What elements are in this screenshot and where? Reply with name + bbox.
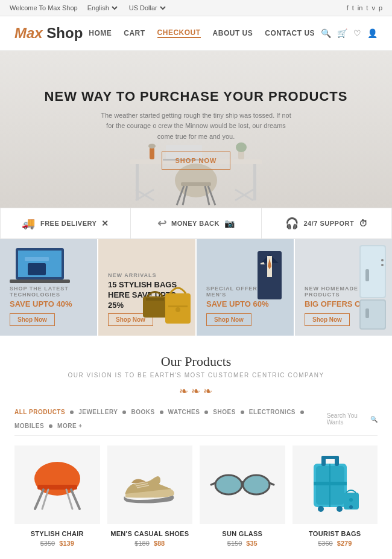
product-img-shoes	[107, 446, 193, 524]
svg-rect-22	[28, 263, 46, 275]
product-grid: STYLISH CHAIR $350 $139	[14, 446, 378, 547]
svg-rect-21	[10, 280, 70, 283]
svg-rect-37	[361, 246, 385, 297]
svg-rect-61	[314, 482, 347, 485]
product-card-glasses: SUN GLASS $150 $35	[200, 446, 285, 547]
products-subtitle: OUR VISION IS TO BE EARTH'S MOST CUSTOME…	[14, 372, 378, 379]
linkedin-icon[interactable]: in	[358, 4, 363, 11]
filter-watches[interactable]: WATCHES	[168, 407, 200, 417]
filter-books[interactable]: BOOKS	[131, 407, 154, 417]
moneyback-icon: ↩	[157, 217, 167, 230]
pinterest-icon[interactable]: p	[379, 4, 382, 11]
nav-cart[interactable]: CART	[124, 29, 145, 37]
shop-now-button[interactable]: SHOP NOW	[162, 152, 231, 170]
filter-electronics[interactable]: ELECTRONICS	[249, 407, 296, 417]
product-name-chair: STYLISH CHAIR	[14, 530, 100, 537]
svg-point-28	[175, 307, 180, 312]
nav-checkout[interactable]: CHECKOUT	[157, 28, 201, 38]
filter-dot-watches	[160, 410, 163, 414]
product-name-shoes: MEN'S CASUAL SHOES	[107, 530, 193, 537]
products-title: Our Products	[14, 354, 378, 369]
svg-point-41	[381, 259, 384, 261]
feature-strip: 🚚 FREE DELIVERY ✕ ↩ MONEY BACK 📷 🎧 24/7 …	[0, 208, 392, 239]
filter-more[interactable]: MORE +	[57, 421, 83, 430]
filter-dot-more	[49, 424, 52, 428]
promo-electronics: SHOP THE LATEST TECHNOLOGIES SAVE UPTO 4…	[0, 239, 98, 336]
filter-dot-mobiles	[300, 410, 304, 414]
feature-delivery-icon2: ✕	[101, 219, 109, 228]
product-card-luggage: TOURIST BAGS $360 $279	[292, 446, 378, 547]
nav-about[interactable]: ABOUT US	[213, 29, 253, 37]
svg-rect-23	[25, 257, 49, 261]
top-bar: Welcome To Max Shop English US Dollar f …	[0, 0, 392, 16]
svg-point-43	[34, 462, 80, 496]
svg-rect-40	[365, 308, 369, 318]
price-old-shoes: $180	[134, 540, 149, 547]
facebook-icon[interactable]: f	[347, 4, 349, 11]
search-icon[interactable]: 🔍	[321, 28, 331, 38]
filter-mobiles[interactable]: MOBILES	[14, 421, 44, 430]
feature-support-label: 24/7 SUPPORT	[304, 220, 355, 227]
refrigerator-illustration	[355, 242, 391, 331]
price-new-shoes: $88	[154, 540, 165, 547]
price-new-glasses: $35	[246, 540, 257, 547]
currency-select[interactable]: US Dollar	[127, 4, 168, 12]
cart-icon[interactable]: 🛒	[337, 28, 347, 38]
svg-point-69	[349, 505, 353, 509]
product-card-chair: STYLISH CHAIR $350 $139	[14, 446, 100, 547]
promo-electronics-btn[interactable]: Shop Now	[10, 313, 55, 326]
filter-dot-electronics	[241, 410, 244, 414]
feature-moneyback-label: MONEY BACK	[171, 220, 220, 227]
product-img-chair	[14, 446, 100, 524]
svg-line-45	[35, 490, 43, 509]
search-filter[interactable]: Search You Wants 🔍	[327, 412, 378, 426]
promo-section: SHOP THE LATEST TECHNOLOGIES SAVE UPTO 4…	[0, 239, 392, 336]
hero-subtitle: The weather started getting rough the ti…	[100, 110, 292, 142]
nav-contact[interactable]: CONTACT US	[265, 29, 315, 37]
user-icon[interactable]: 👤	[367, 28, 378, 38]
svg-point-65	[318, 506, 324, 512]
product-price-chair: $350 $139	[14, 540, 100, 547]
feature-support-icon2: ⏱	[359, 219, 368, 228]
language-select[interactable]: English	[85, 4, 119, 12]
wishlist-icon[interactable]: ♡	[353, 28, 361, 38]
search-filter-text: Search You Wants	[327, 412, 368, 426]
hero-content: NEW WAY TO PURCHASE YOUR PRODUCTS The we…	[45, 89, 348, 170]
main-nav: HOME CART CHECKOUT ABOUT US CONTACT US	[89, 28, 315, 38]
promo-home: NEW HOMEMADE PRODUCTS BIG OFFERS ON Shop…	[295, 239, 392, 336]
filter-dot-books	[122, 410, 126, 414]
promo-electronics-save: SAVE UPTO 40%	[10, 299, 87, 308]
product-name-glasses: SUN GLASS	[200, 530, 285, 537]
price-new-luggage: $279	[337, 540, 352, 547]
filter-all[interactable]: ALL PRODUCTS	[14, 407, 65, 417]
product-price-shoes: $180 $88	[107, 540, 193, 547]
svg-rect-39	[365, 269, 369, 281]
chair-svg	[24, 452, 90, 518]
filter-dot-jewellery	[70, 410, 74, 414]
svg-rect-25	[146, 298, 164, 301]
logo-shop: Shop	[43, 25, 83, 41]
social-icons: f t in t v p	[347, 4, 382, 11]
suit-illustration	[245, 239, 294, 336]
filter-jewellery[interactable]: JEWELLERY	[78, 407, 118, 417]
twitter-icon[interactable]: t	[352, 4, 354, 11]
promo-home-btn[interactable]: Shop Now	[305, 313, 350, 326]
feature-moneyback-icon2: 📷	[224, 219, 235, 228]
product-price-glasses: $150 $35	[200, 540, 285, 547]
svg-rect-27	[168, 305, 188, 307]
tumblr-icon[interactable]: t	[366, 4, 368, 11]
shoes-svg	[116, 452, 183, 518]
feature-support: 🎧 24/7 SUPPORT ⏱	[262, 208, 391, 238]
filter-tabs: ALL PRODUCTS JEWELLERY BOOKS WATCHES SHO…	[14, 407, 327, 430]
luggage-svg	[302, 452, 368, 518]
promo-mens-btn[interactable]: Shop Now	[206, 313, 251, 326]
vimeo-icon[interactable]: v	[371, 4, 375, 11]
header-icons: 🔍 🛒 ♡ 👤	[321, 28, 378, 38]
search-filter-icon[interactable]: 🔍	[370, 416, 378, 423]
category-filter: ALL PRODUCTS JEWELLERY BOOKS WATCHES SHO…	[14, 407, 378, 436]
product-price-luggage: $360 $279	[292, 540, 378, 547]
nav-home[interactable]: HOME	[89, 29, 112, 37]
product-img-glasses	[200, 446, 285, 524]
top-bar-left: Welcome To Max Shop English US Dollar	[10, 4, 168, 12]
filter-shoes[interactable]: SHOES	[213, 407, 236, 417]
